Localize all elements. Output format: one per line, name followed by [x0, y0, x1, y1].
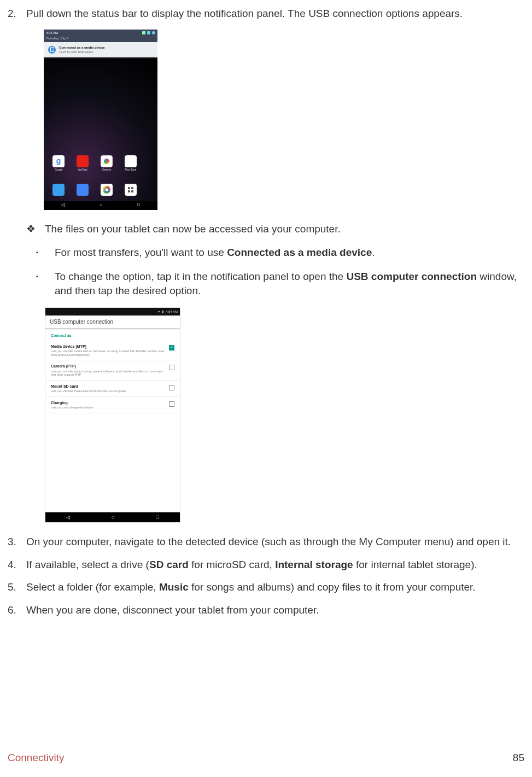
bullet-text: For most transfers, you'll want to use C… [55, 246, 524, 260]
nav-bar: ◁ ○ □ [44, 201, 157, 210]
step-text: When you are done, disconnect your table… [26, 603, 524, 617]
option-charging: ChargingLets you only charge the device [45, 397, 180, 413]
screenshot-notification-panel: 4:04 AM Tuesday, July 7 Connected as a m… [44, 30, 157, 210]
step-number: 2. [8, 7, 26, 21]
section-label: Connect as [45, 329, 180, 340]
nav-recent-icon: □ [137, 202, 140, 208]
youtube-icon [77, 155, 89, 167]
status-icons [142, 31, 155, 34]
notification-subtitle: Touch for other USB options [59, 50, 105, 54]
home-wallpaper: Google YouTube Camera Play Store [44, 59, 157, 210]
google-icon [52, 155, 65, 167]
wifi-icon: ▾ [158, 309, 160, 314]
usb-icon [48, 46, 56, 54]
step-text: On your computer, navigate to the detect… [26, 535, 524, 549]
step-number: 6. [8, 603, 26, 617]
nav-back-icon: ◁ [66, 514, 70, 521]
usb-notification: Connected as a media device Touch for ot… [44, 42, 157, 57]
step-number: 3. [8, 535, 26, 549]
step-6: 6. When you are done, disconnect your ta… [8, 603, 524, 617]
nav-bar: ◁ ○ □ [45, 512, 180, 522]
square-bullet-icon: ▪ [36, 270, 55, 297]
checkbox-icon [169, 401, 174, 407]
step-text: Select a folder (for example, Music for … [26, 580, 524, 594]
option-sdcard: Mount SD cardLets you transfer media fil… [45, 381, 180, 397]
step-4: 4. If available, select a drive (SD card… [8, 558, 524, 572]
calendar-icon [77, 184, 89, 196]
apps-icon [125, 184, 137, 196]
step-5: 5. Select a folder (for example, Music f… [8, 580, 524, 594]
notification-title: Connected as a media device [59, 45, 105, 50]
checkbox-checked-icon [169, 345, 174, 350]
screen-title: USB computer connection [45, 316, 180, 329]
playstore-icon [125, 155, 137, 167]
status-time: 4:04 AM [46, 31, 58, 35]
chrome-icon [101, 184, 113, 196]
nav-home-icon: ○ [100, 202, 102, 208]
step-3: 3. On your computer, navigate to the det… [8, 535, 524, 549]
option-mtp: Media device (MTP)Lets you transfer medi… [45, 341, 180, 361]
diamond-bullet-icon: ❖ [26, 222, 45, 236]
status-date: Tuesday, July 7 [44, 36, 157, 42]
step-text: If available, select a drive (SD card fo… [26, 558, 524, 572]
step-text: Pull down the status bar to display the … [26, 7, 524, 21]
step-number: 4. [8, 558, 26, 572]
step-number: 5. [8, 580, 26, 594]
nav-home-icon: ○ [112, 514, 114, 521]
bullet-change-option: ▪ To change the option, tap it in the no… [36, 270, 524, 297]
option-ptp: Camera (PTP)Lets you transfer photos usi… [45, 360, 180, 381]
email-icon [52, 184, 65, 196]
nav-back-icon: ◁ [61, 202, 65, 208]
status-time: 4:04 AM [166, 309, 178, 314]
camera-icon [101, 155, 113, 167]
status-bar: 4:04 AM [44, 30, 157, 36]
nav-recent-icon: □ [156, 514, 159, 521]
square-bullet-icon: ▪ [36, 246, 55, 260]
step-2: 2. Pull down the status bar to display t… [8, 7, 524, 21]
screenshot-usb-connection: ▾ ▮ 4:04 AM USB computer connection Conn… [45, 307, 180, 523]
checkbox-icon [169, 385, 174, 390]
status-bar: ▾ ▮ 4:04 AM [45, 308, 180, 316]
footer-page-number: 85 [513, 751, 524, 765]
bullet-most-transfers: ▪ For most transfers, you'll want to use… [36, 246, 524, 260]
app-row-2 [52, 184, 137, 197]
bullet-text: The files on your tablet can now be acce… [45, 222, 341, 236]
app-row-1: Google YouTube Camera Play Store [52, 155, 137, 172]
footer-section: Connectivity [8, 751, 65, 765]
page-footer: Connectivity 85 [8, 751, 524, 765]
bullet-text: To change the option, tap it in the noti… [55, 270, 524, 297]
battery-icon: ▮ [162, 309, 163, 314]
checkbox-icon [169, 365, 174, 370]
bullet-files-accessible: ❖ The files on your tablet can now be ac… [26, 222, 524, 236]
